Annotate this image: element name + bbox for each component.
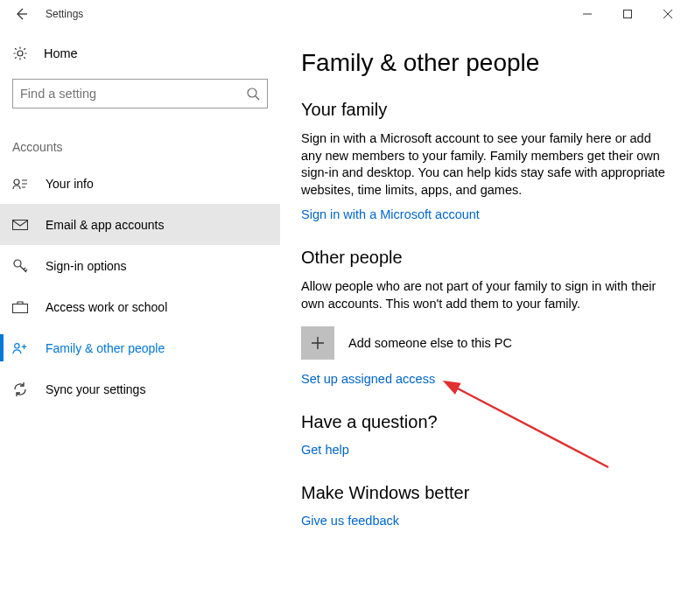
add-someone-button[interactable]: Add someone else to this PC [301, 326, 670, 360]
back-arrow-icon [14, 7, 28, 21]
svg-rect-5 [13, 304, 28, 312]
sidebar-item-label: Sign-in options [46, 259, 127, 273]
other-body: Allow people who are not part of your fa… [301, 278, 670, 312]
search-input[interactable] [20, 87, 246, 101]
plus-icon [301, 326, 334, 360]
section-your-family: Your family Sign in with a Microsoft acc… [301, 100, 670, 221]
sidebar-item-family[interactable]: Family & other people [0, 327, 280, 368]
minimize-button[interactable] [567, 0, 607, 28]
feedback-heading: Make Windows better [301, 483, 670, 503]
signin-ms-account-link[interactable]: Sign in with a Microsoft account [301, 207, 480, 221]
close-button[interactable] [648, 0, 688, 28]
person-card-icon [12, 178, 28, 190]
people-plus-icon [12, 341, 28, 355]
svg-point-2 [14, 179, 19, 185]
search-icon [246, 87, 260, 101]
minimize-icon [583, 10, 592, 18]
sidebar-item-label: Access work or school [46, 300, 167, 314]
main-content: Family & other people Your family Sign i… [280, 28, 688, 554]
window-title: Settings [46, 8, 83, 20]
sidebar-item-access-work[interactable]: Access work or school [0, 286, 280, 327]
briefcase-icon [12, 301, 28, 313]
sidebar-item-signin-options[interactable]: Sign-in options [0, 245, 280, 286]
sidebar: Home Accounts Your info Email & app acco… [0, 28, 280, 554]
svg-point-6 [15, 343, 19, 347]
page-title: Family & other people [301, 49, 670, 77]
section-other-people: Other people Allow people who are not pa… [301, 248, 670, 386]
feedback-link[interactable]: Give us feedback [301, 514, 399, 528]
sidebar-item-your-info[interactable]: Your info [0, 163, 280, 204]
close-icon [663, 10, 672, 18]
family-heading: Your family [301, 100, 670, 120]
sidebar-group-header: Accounts [0, 108, 280, 163]
sidebar-item-label: Sync your settings [46, 382, 145, 396]
back-button[interactable] [7, 0, 35, 28]
home-button[interactable]: Home [0, 38, 280, 74]
section-feedback: Make Windows better Give us feedback [301, 483, 670, 528]
add-someone-label: Add someone else to this PC [348, 336, 512, 350]
search-box[interactable] [12, 79, 268, 108]
maximize-icon [623, 10, 632, 18]
sidebar-item-label: Your info [46, 177, 94, 191]
sync-icon [12, 382, 28, 397]
svg-rect-0 [624, 10, 632, 18]
other-heading: Other people [301, 248, 670, 268]
family-body: Sign in with a Microsoft account to see … [301, 130, 670, 199]
maximize-button[interactable] [607, 0, 648, 28]
gear-icon [12, 46, 28, 61]
assigned-access-link[interactable]: Set up assigned access [301, 372, 435, 386]
home-label: Home [44, 46, 78, 60]
email-icon [12, 220, 28, 230]
sidebar-item-email-accounts[interactable]: Email & app accounts [0, 204, 280, 245]
sidebar-item-sync[interactable]: Sync your settings [0, 368, 280, 410]
sidebar-item-label: Email & app accounts [46, 218, 164, 232]
svg-point-1 [248, 88, 256, 97]
titlebar: Settings [0, 0, 688, 28]
svg-point-4 [14, 260, 21, 267]
key-icon [12, 258, 28, 274]
question-heading: Have a question? [301, 412, 670, 432]
get-help-link[interactable]: Get help [301, 443, 349, 457]
section-question: Have a question? Get help [301, 412, 670, 457]
sidebar-item-label: Family & other people [46, 341, 165, 355]
